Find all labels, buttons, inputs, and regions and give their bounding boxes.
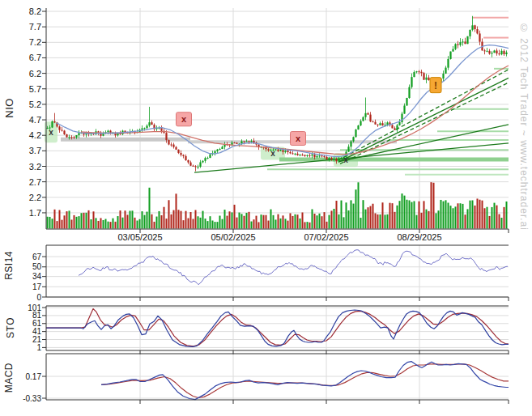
sto-panel-label: STO [5,317,16,338]
svg-text:!: ! [434,80,437,91]
svg-text:8.2: 8.2 [29,6,41,16]
svg-text:-0.33: -0.33 [23,394,41,403]
svg-text:2.2: 2.2 [29,193,41,202]
svg-text:x: x [296,134,301,143]
svg-text:1.7: 1.7 [29,208,41,218]
svg-text:17: 17 [32,282,42,291]
stock-chart-canvas[interactable]: xxxxx!8.27.77.26.76.25.75.24.74.23.73.22… [0,0,532,416]
svg-text:50: 50 [32,262,42,271]
rsi-panel-label: RSI14 [3,251,15,280]
svg-text:x: x [181,114,187,124]
svg-text:2.7: 2.7 [29,177,41,187]
volume-bars [47,182,508,228]
svg-text:7.2: 7.2 [29,37,41,47]
svg-text:67: 67 [32,253,42,261]
sto-panel: 101816141211 [28,304,509,355]
svg-text:1: 1 [36,343,41,352]
svg-text:05/02/2025: 05/02/2025 [211,232,255,242]
symbol-label: NIO [3,98,15,118]
svg-text:5.2: 5.2 [29,100,41,109]
svg-text:0.17: 0.17 [26,372,42,381]
svg-text:x: x [49,128,53,137]
svg-text:03/05/2025: 03/05/2025 [117,232,162,242]
rsi14-panel: 675034170 [32,245,509,302]
date-axis-labels: 03/05/202505/02/202507/02/202508/29/2025 [117,232,441,242]
svg-text:4.7: 4.7 [29,115,41,125]
svg-text:x: x [270,149,275,158]
svg-text:6.2: 6.2 [29,69,41,79]
svg-text:07/02/2025: 07/02/2025 [304,232,348,242]
svg-text:3.2: 3.2 [29,162,41,172]
svg-text:08/29/2025: 08/29/2025 [397,232,441,242]
svg-text:5.7: 5.7 [29,84,41,94]
svg-text:34: 34 [32,272,42,281]
svg-text:0: 0 [36,293,41,302]
svg-text:4.2: 4.2 [29,130,41,140]
main-gridlines [46,8,509,229]
macd-panel: 0.17-0.33 [23,354,509,404]
watermark: © 2012 Tech Trader ~ www.techtrader.ai [518,23,530,231]
chart-window: xxxxx!8.27.77.26.76.25.75.24.74.23.73.22… [0,0,532,416]
macd-panel-label: MACD [3,363,15,393]
svg-text:x: x [343,155,348,164]
svg-text:3.7: 3.7 [29,146,41,155]
svg-text:6.7: 6.7 [29,53,41,62]
svg-text:7.7: 7.7 [29,22,41,32]
